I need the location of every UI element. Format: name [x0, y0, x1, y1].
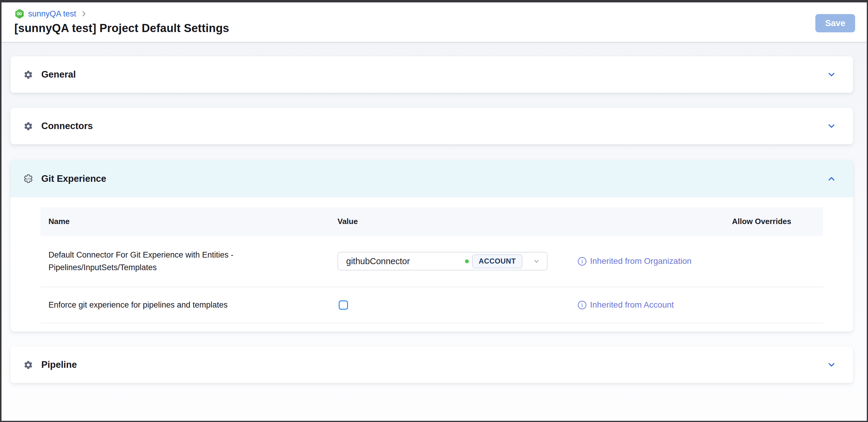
- section-card-connectors: Connectors: [10, 108, 853, 144]
- connector-select-value: githubConnector: [346, 256, 410, 266]
- section-header-general[interactable]: General: [10, 56, 853, 93]
- table-row: Enforce git experience for pipelines and…: [40, 287, 823, 323]
- svg-text:i: i: [581, 302, 583, 308]
- project-logo-icon: ∞: [14, 9, 25, 19]
- column-header-name: Name: [40, 217, 338, 226]
- page-title: [sunnyQA test] Project Default Settings: [14, 22, 867, 35]
- gear-icon: [23, 360, 33, 370]
- inherited-cell: i Inherited from Organization: [578, 256, 700, 266]
- column-header-allow-overrides: Allow Overrides: [700, 217, 823, 226]
- section-title-pipeline: Pipeline: [41, 359, 77, 370]
- breadcrumb[interactable]: ∞ sunnyQA test: [14, 8, 867, 19]
- svg-text:</>: </>: [26, 177, 31, 180]
- app-window: ∞ sunnyQA test [sunnyQA test] Project De…: [0, 0, 868, 422]
- connector-status-dot: [465, 259, 469, 263]
- section-header-connectors[interactable]: Connectors: [10, 108, 853, 144]
- info-icon: i: [578, 301, 587, 310]
- info-icon: i: [578, 257, 587, 266]
- save-button[interactable]: Save: [815, 14, 855, 32]
- breadcrumb-chevron-icon: [81, 10, 87, 17]
- inherited-cell: i Inherited from Account: [578, 300, 700, 310]
- page-header: ∞ sunnyQA test [sunnyQA test] Project De…: [1, 2, 867, 43]
- setting-value-cell: [338, 301, 578, 310]
- section-title-connectors: Connectors: [41, 121, 93, 132]
- connector-select[interactable]: githubConnector ACCOUNT: [338, 252, 548, 271]
- setting-value-cell: githubConnector ACCOUNT: [338, 252, 578, 271]
- section-title-general: General: [41, 69, 76, 80]
- setting-name-default-connector: Default Connector For Git Experience wit…: [40, 249, 313, 274]
- chevron-down-icon[interactable]: [827, 121, 837, 131]
- svg-text:i: i: [581, 258, 583, 264]
- section-card-git-experience: </> Git Experience Name Value Allow Over…: [10, 160, 853, 332]
- gear-icon: [23, 70, 33, 80]
- svg-text:∞: ∞: [17, 9, 23, 18]
- chevron-down-icon: [533, 257, 540, 265]
- settings-content: General Connectors: [1, 43, 867, 420]
- table-row: Default Connector For Git Experience wit…: [40, 236, 823, 287]
- scope-badge: ACCOUNT: [472, 254, 522, 269]
- inherited-label: Inherited from Organization: [590, 256, 691, 266]
- inherited-label: Inherited from Account: [590, 300, 674, 310]
- section-card-general: General: [10, 56, 853, 93]
- enforce-git-experience-checkbox[interactable]: [339, 301, 348, 310]
- chevron-down-icon[interactable]: [827, 360, 837, 370]
- inherited-from-organization-link[interactable]: i Inherited from Organization: [578, 256, 700, 266]
- section-header-git-experience[interactable]: </> Git Experience: [10, 160, 853, 197]
- gear-icon: [23, 121, 33, 131]
- column-header-value: Value: [338, 217, 578, 226]
- section-title-git-experience: Git Experience: [41, 173, 106, 184]
- chevron-up-icon[interactable]: [827, 174, 837, 184]
- inherited-from-account-link[interactable]: i Inherited from Account: [578, 300, 700, 310]
- section-header-pipeline[interactable]: Pipeline: [10, 346, 853, 383]
- gear-outline-icon: </>: [23, 174, 33, 184]
- git-experience-settings-table: Name Value Allow Overrides Default Conne…: [10, 197, 853, 332]
- section-card-pipeline: Pipeline: [10, 346, 853, 383]
- breadcrumb-project-link[interactable]: sunnyQA test: [28, 9, 76, 19]
- setting-name-enforce-git-experience: Enforce git experience for pipelines and…: [40, 299, 313, 311]
- table-header-row: Name Value Allow Overrides: [40, 207, 823, 236]
- chevron-down-icon[interactable]: [827, 69, 837, 80]
